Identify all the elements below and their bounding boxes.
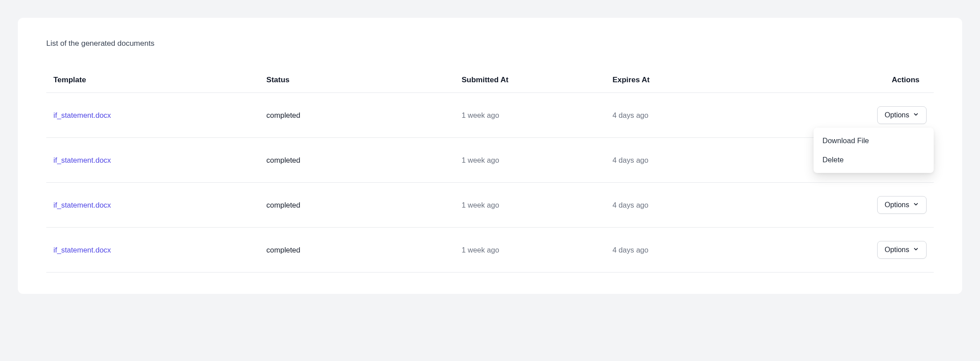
chevron-down-icon — [913, 201, 919, 209]
submitted-at: 1 week ago — [454, 93, 605, 138]
actions-cell: Options — [756, 228, 934, 273]
status-text: completed — [267, 156, 300, 164]
download-file-item[interactable]: Download File — [814, 131, 934, 150]
options-button[interactable]: Options — [877, 241, 927, 259]
header-expires: Expires At — [605, 69, 756, 93]
submitted-at: 1 week ago — [454, 183, 605, 228]
submitted-at: 1 week ago — [454, 138, 605, 183]
options-button[interactable]: Options — [877, 106, 927, 124]
chevron-down-icon — [913, 246, 919, 254]
template-link[interactable]: if_statement.docx — [53, 156, 111, 164]
status-text: completed — [267, 201, 300, 209]
header-status: Status — [259, 69, 455, 93]
template-link[interactable]: if_statement.docx — [53, 111, 111, 119]
header-submitted: Submitted At — [454, 69, 605, 93]
template-link[interactable]: if_statement.docx — [53, 246, 111, 254]
expires-at: 4 days ago — [605, 93, 756, 138]
options-dropdown: Download FileDelete — [814, 128, 934, 173]
table-row: if_statement.docxcompleted1 week ago4 da… — [46, 138, 934, 183]
options-label: Options — [885, 111, 909, 119]
actions-cell: OptionsDownload FileDelete — [756, 93, 934, 138]
table-row: if_statement.docxcompleted1 week ago4 da… — [46, 93, 934, 138]
options-button[interactable]: Options — [877, 196, 927, 214]
status-text: completed — [267, 111, 300, 119]
header-template: Template — [46, 69, 259, 93]
expires-at: 4 days ago — [605, 183, 756, 228]
table-row: if_statement.docxcompleted1 week ago4 da… — [46, 183, 934, 228]
chevron-down-icon — [913, 111, 919, 119]
table-header-row: Template Status Submitted At Expires At … — [46, 69, 934, 93]
options-label: Options — [885, 201, 909, 209]
template-link[interactable]: if_statement.docx — [53, 201, 111, 209]
actions-cell: Options — [756, 183, 934, 228]
expires-at: 4 days ago — [605, 138, 756, 183]
header-actions: Actions — [756, 69, 934, 93]
documents-card: List of the generated documents Template… — [18, 18, 962, 294]
delete-item[interactable]: Delete — [814, 150, 934, 169]
submitted-at: 1 week ago — [454, 228, 605, 273]
options-label: Options — [885, 246, 909, 254]
table-row: if_statement.docxcompleted1 week ago4 da… — [46, 228, 934, 273]
page-subtitle: List of the generated documents — [46, 39, 934, 48]
expires-at: 4 days ago — [605, 228, 756, 273]
documents-table: Template Status Submitted At Expires At … — [46, 69, 934, 273]
status-text: completed — [267, 246, 300, 254]
